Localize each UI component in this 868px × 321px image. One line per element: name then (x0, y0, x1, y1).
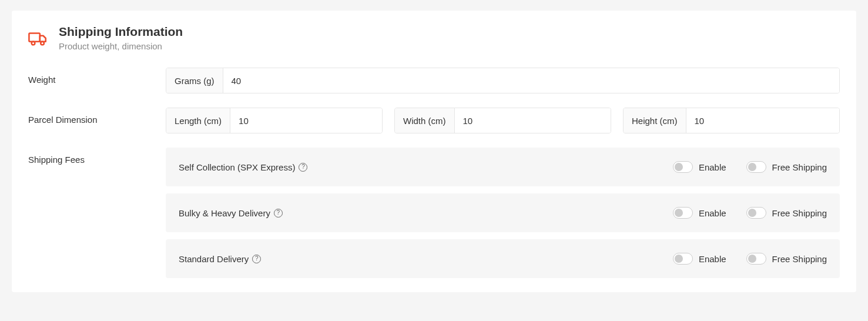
weight-unit-label: Grams (g) (166, 68, 223, 93)
svg-rect-0 (29, 34, 39, 42)
free-shipping-toggle[interactable] (746, 161, 766, 173)
length-label: Length (cm) (166, 108, 230, 133)
shipping-option-row: Standard Delivery?EnableFree Shipping (166, 239, 840, 278)
shipping-option-name-wrap: Bulky & Heavy Delivery? (179, 208, 653, 218)
enable-toggle-group: Enable (673, 253, 726, 265)
free-shipping-toggle-label: Free Shipping (772, 208, 827, 218)
free-shipping-toggle-group: Free Shipping (746, 207, 827, 219)
length-input-group: Length (cm) (166, 108, 383, 133)
shipping-option-row: Bulky & Heavy Delivery?EnableFree Shippi… (166, 193, 840, 232)
shipping-option-name: Standard Delivery (179, 254, 249, 264)
enable-toggle[interactable] (673, 207, 693, 219)
svg-point-2 (41, 42, 44, 45)
help-icon[interactable]: ? (299, 163, 307, 172)
free-shipping-toggle-label: Free Shipping (772, 162, 827, 172)
weight-row: Weight Grams (g) (28, 68, 840, 93)
shipping-fees-label: Shipping Fees (28, 148, 166, 165)
toggle-knob (675, 209, 683, 217)
free-shipping-toggle-group: Free Shipping (746, 161, 827, 173)
width-label: Width (cm) (395, 108, 455, 133)
toggle-knob (748, 163, 756, 171)
shipping-option-row: Self Collection (SPX Express)?EnableFree… (166, 148, 840, 186)
enable-toggle-label: Enable (699, 254, 726, 264)
toggle-group-wrap: EnableFree Shipping (653, 161, 827, 173)
free-shipping-toggle[interactable] (746, 207, 766, 219)
section-subtitle: Product weight, dimension (59, 41, 840, 51)
dimension-label: Parcel Dimension (28, 108, 166, 125)
toggle-group-wrap: EnableFree Shipping (653, 253, 827, 265)
enable-toggle-label: Enable (699, 208, 726, 218)
shipping-option-name-wrap: Standard Delivery? (179, 254, 653, 264)
height-input[interactable] (686, 108, 839, 133)
enable-toggle[interactable] (673, 253, 693, 265)
enable-toggle-group: Enable (673, 161, 726, 173)
length-input[interactable] (230, 108, 382, 133)
help-icon[interactable]: ? (252, 255, 261, 263)
toggle-knob (675, 255, 683, 263)
toggle-knob (675, 163, 683, 171)
width-input-group: Width (cm) (394, 108, 611, 133)
dimension-row: Parcel Dimension Length (cm) Width (cm) … (28, 108, 840, 133)
section-title: Shipping Information (59, 25, 840, 39)
enable-toggle-group: Enable (673, 207, 726, 219)
shipping-info-card: Shipping Information Product weight, dim… (12, 11, 856, 292)
toggle-knob (748, 209, 756, 217)
weight-input-group: Grams (g) (166, 68, 840, 93)
height-label: Height (cm) (624, 108, 686, 133)
enable-toggle[interactable] (673, 161, 693, 173)
free-shipping-toggle[interactable] (746, 253, 766, 265)
free-shipping-toggle-label: Free Shipping (772, 254, 827, 264)
toggle-knob (748, 255, 756, 263)
free-shipping-toggle-group: Free Shipping (746, 253, 827, 265)
help-icon[interactable]: ? (274, 209, 283, 218)
svg-point-1 (32, 42, 35, 45)
truck-icon (28, 28, 48, 48)
weight-label: Weight (28, 68, 166, 85)
height-input-group: Height (cm) (623, 108, 840, 133)
shipping-option-name: Self Collection (SPX Express) (179, 162, 295, 172)
shipping-fees-row: Shipping Fees Self Collection (SPX Expre… (28, 148, 840, 278)
width-input[interactable] (455, 108, 611, 133)
toggle-group-wrap: EnableFree Shipping (653, 207, 827, 219)
shipping-option-name: Bulky & Heavy Delivery (179, 208, 270, 218)
enable-toggle-label: Enable (699, 162, 726, 172)
weight-input[interactable] (223, 68, 840, 93)
shipping-option-name-wrap: Self Collection (SPX Express)? (179, 162, 653, 172)
section-header: Shipping Information Product weight, dim… (28, 25, 840, 51)
